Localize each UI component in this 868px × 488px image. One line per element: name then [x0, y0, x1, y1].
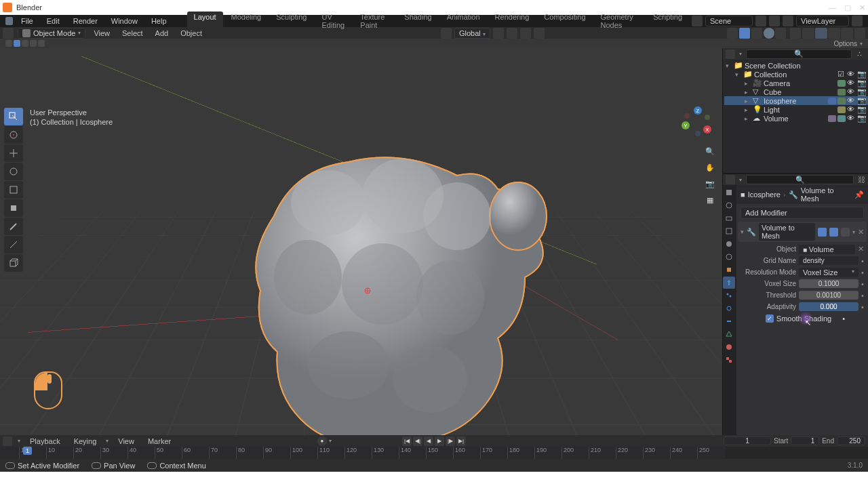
- overlay-toggle[interactable]: [764, 28, 774, 39]
- jump-end-icon[interactable]: ▶|: [456, 436, 466, 446]
- keyframe-prev-icon[interactable]: ◀|: [413, 436, 422, 446]
- snap-icon[interactable]: [507, 28, 517, 39]
- scene-delete-button[interactable]: [769, 16, 780, 26]
- tree-item-camera[interactable]: ▸ 🎥 Camera 👁📷: [724, 79, 868, 87]
- gizmo-axis-z[interactable]: Z: [694, 106, 702, 115]
- menu-object[interactable]: Object: [176, 28, 206, 39]
- menu-edit[interactable]: Edit: [41, 16, 65, 26]
- tab-uv[interactable]: UV Editing: [315, 12, 352, 30]
- viewlayer-name-field[interactable]: ViewLayer: [796, 16, 849, 26]
- tab-scripting[interactable]: Scripting: [646, 12, 689, 30]
- tab-shading[interactable]: Shading: [397, 12, 438, 30]
- ptab-object[interactable]: [723, 264, 735, 276]
- clear-icon[interactable]: ✕: [858, 245, 864, 253]
- snap-pill[interactable]: [38, 40, 45, 47]
- current-frame-field[interactable]: 1: [724, 436, 771, 445]
- minimize-button[interactable]: —: [829, 3, 836, 12]
- tool-cursor[interactable]: [4, 126, 23, 144]
- gizmo-axis-nx[interactable]: [684, 113, 690, 119]
- maximize-button[interactable]: ▢: [844, 3, 851, 12]
- snap-pill[interactable]: [22, 40, 28, 47]
- eye-icon[interactable]: 👁: [847, 70, 854, 79]
- render-icon[interactable]: 📷: [857, 114, 867, 123]
- options-dropdown[interactable]: Options: [834, 40, 857, 47]
- play-reverse-icon[interactable]: ◀: [424, 436, 433, 446]
- tree-item-volume[interactable]: ▸ ☁ Volume 👁📷: [724, 114, 868, 123]
- gizmo-axis-nz[interactable]: [695, 131, 701, 136]
- xray-toggle[interactable]: [790, 28, 801, 39]
- outliner-search[interactable]: 🔍: [746, 49, 852, 59]
- orientation-dropdown[interactable]: Global ▾: [454, 28, 490, 39]
- tree-item-icosphere[interactable]: ▸ ▽ Icosphere 👁📷: [724, 96, 868, 105]
- marker-menu[interactable]: Marker: [144, 436, 175, 446]
- scene-browse-icon[interactable]: [692, 16, 703, 26]
- pivot-icon[interactable]: [493, 28, 504, 39]
- play-icon[interactable]: ▶: [435, 436, 444, 446]
- eye-icon[interactable]: 👁: [847, 87, 854, 96]
- end-frame-field[interactable]: 250: [837, 436, 865, 445]
- pan-icon[interactable]: ✋: [703, 161, 717, 174]
- render-icon[interactable]: 📷: [857, 96, 867, 105]
- menu-select[interactable]: Select: [118, 28, 147, 39]
- keying-menu[interactable]: Keying: [70, 436, 101, 446]
- start-frame-field[interactable]: 1: [791, 436, 819, 445]
- mod-extras-icon[interactable]: ▾: [852, 229, 855, 235]
- timeline-type-icon[interactable]: [3, 436, 12, 446]
- blender-icon[interactable]: [5, 17, 13, 25]
- resmode-dropdown[interactable]: Voxel Size ▾: [799, 268, 859, 277]
- pin-icon[interactable]: ⛓: [858, 176, 865, 184]
- visibility-icon[interactable]: [727, 28, 738, 39]
- tab-modeling[interactable]: Modeling: [224, 12, 269, 30]
- ptab-output[interactable]: [723, 212, 735, 224]
- ptab-particles[interactable]: [723, 289, 735, 302]
- adaptivity-field[interactable]: 0.000: [799, 302, 859, 311]
- viewlayer-new-button[interactable]: [852, 16, 863, 26]
- ptab-world[interactable]: [723, 251, 735, 263]
- gridname-field[interactable]: density: [799, 256, 859, 265]
- keyframe-next-icon[interactable]: |▶: [446, 436, 455, 446]
- orientation-icon[interactable]: [441, 28, 452, 39]
- breadcrumb-object[interactable]: Icosphere: [748, 190, 781, 199]
- tab-compositing[interactable]: Compositing: [537, 12, 592, 30]
- tool-addcube[interactable]: [4, 254, 23, 272]
- tool-measure[interactable]: [4, 236, 23, 253]
- modifier-name-field[interactable]: Volume to Mesh: [759, 223, 815, 241]
- menu-render[interactable]: Render: [68, 16, 103, 26]
- playback-menu[interactable]: Playback: [26, 436, 64, 446]
- scene-name-field[interactable]: Scene: [705, 16, 753, 26]
- jump-start-icon[interactable]: |◀: [402, 436, 412, 446]
- tab-texture[interactable]: Texture Paint: [353, 12, 396, 30]
- mod-display-realtime-icon[interactable]: [829, 228, 838, 237]
- viewport-3d[interactable]: User Perspective (1) Collection | Icosph…: [0, 48, 722, 435]
- modifier-header[interactable]: ▾ 🔧 Volume to Mesh ▾ ✕: [738, 222, 867, 242]
- ptab-texture[interactable]: [723, 354, 735, 366]
- viewlayer-browse-icon[interactable]: [783, 16, 793, 26]
- eye-icon[interactable]: 👁: [847, 96, 854, 105]
- tree-scene-collection[interactable]: ▾ 📁 Scene Collection: [724, 61, 868, 70]
- ptab-modifier[interactable]: [723, 277, 735, 289]
- mod-display-render-icon[interactable]: [841, 228, 850, 237]
- object-field[interactable]: ■ Volume: [799, 245, 855, 254]
- ptab-data[interactable]: [723, 328, 735, 340]
- mode-selector[interactable]: Object Mode ▾: [18, 28, 85, 39]
- gizmo-menu-icon[interactable]: [751, 28, 762, 39]
- ptab-viewlayer[interactable]: [723, 225, 735, 237]
- tool-scale[interactable]: [4, 181, 23, 199]
- mesh-icosphere[interactable]: [213, 128, 552, 435]
- camera-icon[interactable]: 📷: [703, 177, 717, 190]
- shade-material[interactable]: [828, 28, 840, 39]
- snap-menu-icon[interactable]: [520, 28, 531, 39]
- gizmo-axis-ny[interactable]: [705, 115, 710, 120]
- eye-icon[interactable]: 👁: [847, 114, 854, 123]
- autokey-icon[interactable]: ●: [317, 436, 327, 446]
- props-search[interactable]: 🔍: [746, 175, 854, 184]
- tool-move[interactable]: [4, 144, 23, 162]
- zoom-icon[interactable]: 🔍: [703, 144, 717, 158]
- tool-transform[interactable]: [4, 199, 23, 217]
- ptab-tool[interactable]: [723, 186, 735, 199]
- pin-icon[interactable]: 📌: [854, 190, 864, 199]
- ptab-constraints[interactable]: [723, 315, 735, 327]
- eye-icon[interactable]: 👁: [847, 79, 854, 87]
- ptab-physics[interactable]: [723, 302, 735, 314]
- menu-help[interactable]: Help: [146, 16, 172, 26]
